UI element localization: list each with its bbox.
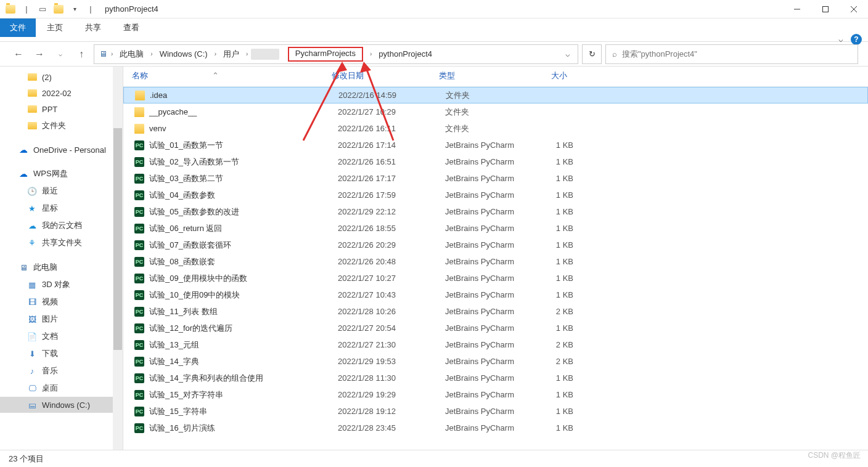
pycharm-file-icon: PC [134, 190, 144, 200]
file-size: 1 KB [536, 323, 586, 333]
file-row[interactable]: PC试验_05_函数参数的改进 2022/1/29 22:12 JetBrain… [123, 203, 868, 220]
sidebar-item[interactable]: ♪音乐 [0, 362, 123, 380]
recent-dropdown-icon[interactable]: ⌵ [52, 46, 69, 63]
tab-home[interactable]: 主页 [36, 18, 74, 37]
address-bar-pc-icon: 🖥 [98, 49, 108, 59]
sidebar-item[interactable]: ▦3D 对象 [0, 276, 123, 293]
tab-share[interactable]: 共享 [74, 18, 112, 37]
qat-dropdown-icon[interactable]: ▾ [68, 2, 81, 16]
sidebar-item[interactable]: ⬇下载 [0, 345, 123, 362]
crumb-drive[interactable]: Windows (C:) [156, 47, 211, 60]
file-name-cell: PC试验_09_使用模块中的函数 [129, 273, 333, 284]
ribbon-strip: ⌵ ? [0, 37, 868, 42]
forward-button[interactable]: → [31, 46, 48, 63]
sidebar-item[interactable]: 2022-02 [0, 85, 123, 101]
crumb-users[interactable]: 用户 [219, 47, 243, 62]
file-row[interactable]: venv 2022/1/26 16:11 文件夹 [123, 120, 868, 137]
file-size: 1 KB [536, 390, 586, 399]
file-name-cell: PC试验_12_for的迭代遍历 [129, 323, 333, 334]
navigation-pane[interactable]: (2)2022-02PPT文件夹 ☁OneDrive - Personal ☁W… [0, 67, 123, 450]
chevron-right-icon[interactable]: › [149, 51, 154, 57]
minimize-button[interactable] [783, 0, 811, 18]
file-row[interactable]: PC试验_13_元组 2022/1/27 21:30 JetBrains PyC… [123, 336, 868, 353]
file-row[interactable]: PC试验_06_return 返回 2022/1/26 18:55 JetBra… [123, 220, 868, 237]
crumb-user-masked[interactable]: user [251, 49, 279, 60]
refresh-button[interactable]: ↻ [582, 44, 602, 64]
tab-view[interactable]: 查看 [112, 18, 150, 37]
sidebar-wps[interactable]: ☁WPS网盘 [0, 165, 123, 182]
file-row[interactable]: PC试验_09_使用模块中的函数 2022/1/27 10:27 JetBrai… [123, 270, 868, 286]
help-icon[interactable]: ? [851, 34, 862, 45]
file-row[interactable]: PC试验_16_切片演练 2022/1/28 23:45 JetBrains P… [123, 420, 868, 436]
pc-icon: 🖥 [18, 262, 28, 272]
file-row[interactable]: PC试验_01_函数第一节 2022/1/26 17:14 JetBrains … [123, 137, 868, 153]
file-name: 试验_03_函数第二节 [149, 173, 223, 184]
sidebar-item[interactable]: 📄文档 [0, 328, 123, 345]
column-name[interactable]: 名称 ⌃ [123, 68, 327, 84]
sidebar-item[interactable]: PPT [0, 101, 123, 117]
file-row[interactable]: PC试验_15_对齐字符串 2022/1/29 19:29 JetBrains … [123, 386, 868, 403]
crumb-thispc[interactable]: 此电脑 [116, 47, 147, 62]
file-row[interactable]: PC试验_04_函数参数 2022/1/26 17:59 JetBrains P… [123, 187, 868, 203]
file-row[interactable]: PC试验_07_函数嵌套循环 2022/1/26 20:29 JetBrains… [123, 237, 868, 253]
sidebar-item[interactable]: 文件夹 [0, 117, 123, 134]
file-list-pane[interactable]: 名称 ⌃ 修改日期 类型 大小 .idea 2022/2/16 14:59 文件… [123, 67, 868, 450]
search-input[interactable]: ⌕ 搜索"pythonProject4" [605, 44, 858, 64]
file-row[interactable]: PC试验_10_使用09中的模块 2022/1/27 10:43 JetBrai… [123, 286, 868, 303]
file-row[interactable]: PC试验_11_列表 数组 2022/1/28 10:26 JetBrains … [123, 303, 868, 320]
sidebar-item[interactable]: 🖴Windows (C:) [0, 397, 123, 413]
file-size: 1 KB [536, 407, 586, 416]
sidebar-onedrive[interactable]: ☁OneDrive - Personal [0, 142, 123, 158]
address-dropdown-icon[interactable]: ⌵ [562, 49, 574, 59]
folder-app-icon[interactable] [4, 2, 17, 16]
up-button[interactable]: ↑ [73, 46, 90, 63]
crumb-pycharmprojects[interactable]: PycharmProjects [288, 47, 363, 62]
file-name: 试验_12_for的迭代遍历 [149, 323, 232, 334]
maximize-button[interactable] [811, 0, 840, 18]
file-date: 2022/1/28 23:45 [333, 423, 440, 432]
sidebar-scrollbar[interactable] [113, 67, 123, 450]
sidebar-item[interactable]: 🖵桌面 [0, 380, 123, 397]
pycharm-file-icon: PC [134, 357, 144, 367]
tab-file[interactable]: 文件 [0, 18, 36, 37]
sidebar-item[interactable]: 🎞视频 [0, 293, 123, 311]
file-row[interactable]: PC试验_02_导入函数第一节 2022/1/26 16:51 JetBrain… [123, 153, 868, 170]
sidebar-item[interactable]: ★星标 [0, 200, 123, 217]
pycharm-file-icon: PC [134, 290, 144, 300]
sidebar-item[interactable]: ☁我的云文档 [0, 217, 123, 234]
cloud-icon: ☁ [27, 221, 37, 230]
crumb-current[interactable]: pythonProject4 [375, 47, 436, 60]
file-row[interactable]: PC试验_15_字符串 2022/1/28 19:12 JetBrains Py… [123, 403, 868, 420]
sidebar-item[interactable]: ⚘共享文件夹 [0, 234, 123, 251]
close-button[interactable] [840, 0, 868, 18]
sidebar-thispc[interactable]: 🖥此电脑 [0, 259, 123, 276]
file-row[interactable]: .idea 2022/2/16 14:59 文件夹 [123, 87, 868, 104]
qat-folder-icon[interactable] [52, 2, 65, 16]
file-row[interactable]: __pycache__ 2022/1/27 10:29 文件夹 [123, 104, 868, 120]
sidebar-item[interactable]: 🕒最近 [0, 182, 123, 200]
back-button[interactable]: ← [10, 46, 27, 63]
file-row[interactable]: PC试验_08_函数嵌套 2022/1/26 20:48 JetBrains P… [123, 253, 868, 270]
file-name: 试验_06_return 返回 [149, 223, 223, 234]
ribbon-toggle-icon[interactable]: ⌵ [835, 33, 847, 46]
address-bar[interactable]: 🖥 › 此电脑 › Windows (C:) › 用户 › user › Pyc… [94, 44, 578, 64]
column-size[interactable]: 大小 [530, 68, 579, 84]
sidebar-item[interactable]: 🖼图片 [0, 311, 123, 328]
column-date[interactable]: 修改日期 [327, 68, 434, 84]
file-type: JetBrains PyCharm [440, 357, 536, 366]
folder-icon [134, 124, 144, 134]
chevron-right-icon[interactable]: › [213, 51, 218, 57]
file-row[interactable]: PC试验_14_字典 2022/1/29 19:53 JetBrains PyC… [123, 353, 868, 370]
chevron-right-icon[interactable]: › [244, 51, 250, 57]
file-row[interactable]: PC试验_12_for的迭代遍历 2022/1/27 20:54 JetBrai… [123, 320, 868, 336]
scrollbar-thumb[interactable] [113, 128, 122, 350]
file-row[interactable]: PC试验_14_字典和列表的组合使用 2022/1/28 11:30 JetBr… [123, 370, 868, 386]
sidebar-item[interactable]: (2) [0, 69, 123, 85]
file-row[interactable]: PC试验_03_函数第二节 2022/1/26 17:17 JetBrains … [123, 170, 868, 187]
file-date: 2022/1/26 20:29 [333, 240, 440, 250]
chevron-right-icon[interactable]: › [368, 51, 374, 57]
file-date: 2022/1/27 20:54 [333, 323, 440, 333]
qat-properties-icon[interactable]: ▭ [36, 2, 49, 16]
chevron-right-icon[interactable]: › [109, 51, 115, 57]
column-type[interactable]: 类型 [434, 68, 530, 84]
